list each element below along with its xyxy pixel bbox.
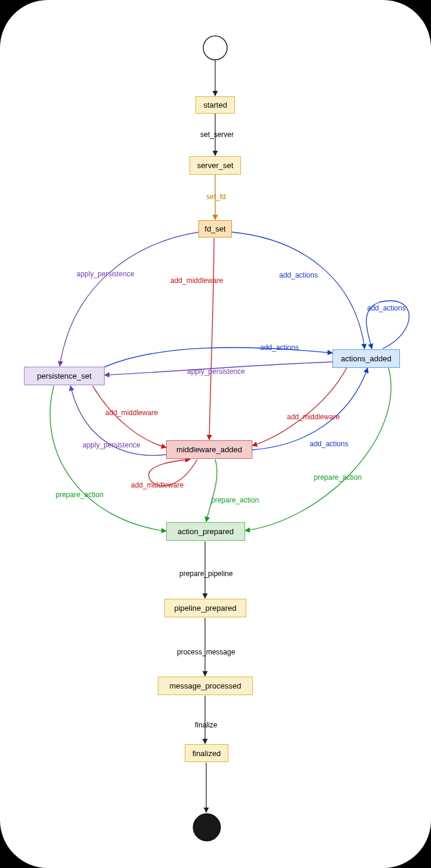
node-label: pipeline_prepared — [174, 604, 236, 613]
node-label: persistence_set — [37, 371, 91, 380]
label-process-message: process_message — [177, 648, 235, 656]
node-label: action_prepared — [178, 527, 234, 536]
node-label: message_processed — [170, 681, 242, 690]
node-label: started — [203, 100, 227, 109]
label-prepare-action-3: prepare_action — [314, 473, 362, 482]
label-prepare-action-2: prepare_action — [211, 496, 259, 504]
node-label: finalized — [192, 749, 221, 758]
edge-fdset-persistence — [60, 232, 199, 366]
label-add-middleware-self: add_middleware — [131, 481, 184, 489]
edge-middleware-prepare — [206, 459, 217, 522]
node-message-processed: message_processed — [158, 677, 253, 695]
edge-actions-prepare — [245, 368, 391, 531]
edge-fdset-actions — [232, 232, 365, 349]
label-finalize: finalize — [195, 721, 217, 729]
label-add-middleware-1: add_middleware — [170, 276, 223, 285]
node-fd-set: fd_set — [198, 220, 232, 237]
node-middleware-added: middleware_added — [166, 440, 252, 459]
node-pipeline-prepared: pipeline_prepared — [164, 599, 246, 617]
node-label: server_set — [197, 161, 234, 170]
label-set-fd: set_fd — [206, 193, 226, 201]
label-add-actions-3: add_actions — [310, 440, 349, 448]
node-persistence-set: persistence_set — [24, 367, 105, 385]
label-apply-persistence-1: apply_persistence — [77, 270, 135, 278]
label-set-server: set_server — [200, 130, 234, 139]
node-label: middleware_added — [176, 445, 242, 454]
label-add-actions-2: add_actions — [260, 343, 299, 352]
initial-state — [203, 36, 227, 60]
node-label: fd_set — [204, 224, 225, 233]
node-label: actions_added — [341, 354, 392, 363]
node-action-prepared: action_prepared — [166, 522, 245, 541]
label-add-actions-self: add_actions — [367, 304, 406, 312]
label-add-middleware-2: add_middleware — [105, 409, 158, 417]
edge-fdset-middleware — [209, 238, 214, 440]
label-apply-persistence-3: apply_persistence — [82, 441, 140, 449]
node-server-set: server_set — [189, 156, 241, 175]
edge-middleware-actions — [252, 368, 368, 450]
label-prepare-pipeline: prepare_pipeline — [179, 569, 233, 578]
label-add-middleware-3: add_middleware — [287, 413, 340, 421]
diagram-canvas: started server_set fd_set persistence_se… — [0, 0, 431, 868]
node-actions-added: actions_added — [332, 349, 400, 368]
label-apply-persistence-2: apply_persistence — [187, 367, 245, 376]
label-add-actions-1: add_actions — [279, 271, 318, 279]
edge-actions-middleware — [252, 368, 347, 446]
node-started: started — [195, 96, 235, 114]
node-finalized: finalized — [185, 744, 228, 762]
label-prepare-action-1: prepare_action — [56, 491, 103, 499]
final-state — [193, 814, 221, 841]
